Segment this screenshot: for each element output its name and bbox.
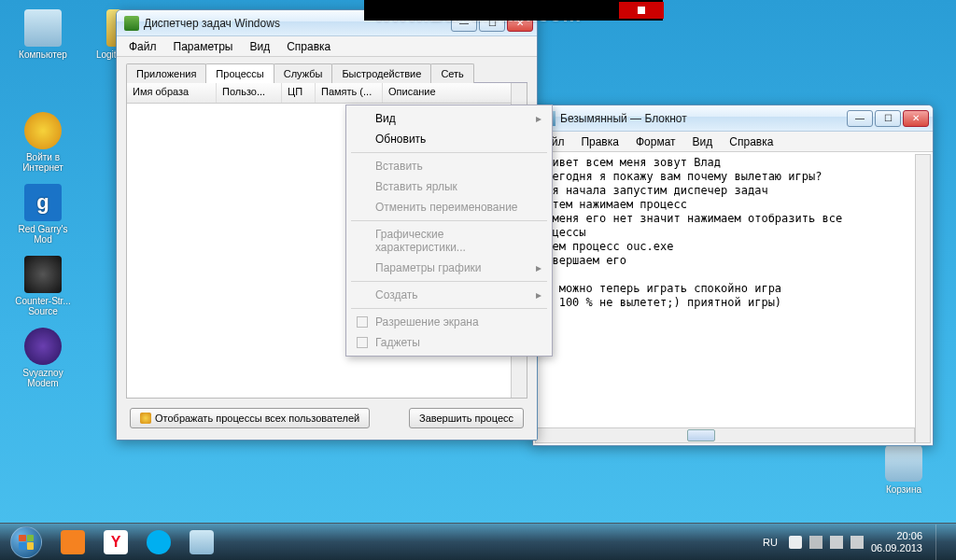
windows-logo-icon <box>10 526 42 558</box>
system-tray: RU 20:06 06.09.2013 <box>759 525 950 560</box>
col-mem[interactable]: Память (... <box>316 83 383 103</box>
ctx-item[interactable]: Обновить <box>349 129 549 149</box>
notepad-titlebar[interactable]: Безымянный — Блокнот — ☐ ✕ <box>533 105 933 132</box>
taskmgr-icon <box>124 16 139 31</box>
col-image[interactable]: Имя образа <box>127 83 217 103</box>
ctx-item: Отменить переименование <box>349 197 549 217</box>
menu-edit[interactable]: Правка <box>574 133 626 150</box>
menu-view[interactable]: Вид <box>686 133 720 150</box>
menu-help[interactable]: Справка <box>723 133 780 150</box>
desktop-context-menu: ВидОбновитьВставитьВставить ярлыкОтменит… <box>345 105 553 357</box>
col-desc[interactable]: Описание <box>383 83 527 103</box>
desktop-icon-recycle[interactable]: Корзина <box>870 444 937 495</box>
taskbar-app-ok[interactable] <box>52 526 93 558</box>
tab-services[interactable]: Службы <box>274 63 333 83</box>
notepad-window: Безымянный — Блокнот — ☐ ✕ айл Правка Фо… <box>532 105 934 446</box>
ctx-item: Разрешение экрана <box>349 312 549 332</box>
end-process-button[interactable]: Завершить процесс <box>409 408 524 428</box>
tab-network[interactable]: Сеть <box>430 63 473 83</box>
column-headers: Имя образа Пользо... ЦП Память (... Опис… <box>127 83 527 104</box>
language-indicator[interactable]: RU <box>759 535 781 550</box>
notepad-title: Безымянный — Блокнот <box>560 112 847 125</box>
taskmgr-tabs: Приложения Процессы Службы Быстродействи… <box>126 63 527 83</box>
desktop-icon-modem[interactable]: Svyaznoy Modem <box>9 328 77 388</box>
taskmgr-menubar: Файл Параметры Вид Справка <box>117 36 537 57</box>
shield-icon <box>140 413 151 424</box>
ctx-item: Гаджеты <box>349 332 549 353</box>
col-user[interactable]: Пользо... <box>217 83 282 103</box>
clock[interactable]: 20:06 06.09.2013 <box>871 530 922 554</box>
volume-icon[interactable] <box>851 536 864 549</box>
maximize-button[interactable]: ☐ <box>875 110 901 127</box>
menu-file[interactable]: Файл <box>122 38 163 55</box>
notepad-textarea[interactable]: привет всем меня зовут Влад сегодня я по… <box>535 154 931 427</box>
taskbar: Y RU 20:06 06.09.2013 <box>0 523 956 560</box>
ctx-item: Создать <box>349 285 549 305</box>
ctx-item[interactable]: Вид <box>349 108 549 129</box>
ctx-item: Вставить <box>349 156 549 176</box>
scroll-thumb[interactable] <box>687 429 715 441</box>
start-button[interactable] <box>6 526 47 558</box>
ctx-item: Графические характеристики... <box>349 224 549 258</box>
ctx-item: Параметры графики <box>349 258 549 278</box>
menu-format[interactable]: Формат <box>629 133 682 150</box>
tab-applications[interactable]: Приложения <box>126 63 206 83</box>
menu-view[interactable]: Вид <box>243 38 276 55</box>
taskbar-app-skype[interactable] <box>138 526 179 558</box>
tray-icon[interactable] <box>789 536 802 549</box>
ctx-item: Вставить ярлык <box>349 176 549 197</box>
tab-processes[interactable]: Процессы <box>205 63 274 83</box>
desktop-icon-internet[interactable]: Войти в Интернет <box>9 112 77 173</box>
minimize-button[interactable]: — <box>847 110 873 127</box>
desktop-icon-computer[interactable]: Компьютер <box>9 9 77 60</box>
bandicam-rec-indicator <box>619 2 664 19</box>
desktop-icon-cs[interactable]: Counter-Str... Source <box>9 256 77 316</box>
close-button[interactable]: ✕ <box>903 110 929 127</box>
vscrollbar[interactable] <box>915 154 931 443</box>
desktop-icon-gmod[interactable]: g Red Garry's Mod <box>9 184 77 245</box>
flag-icon[interactable] <box>809 536 822 549</box>
menu-options[interactable]: Параметры <box>167 38 240 55</box>
taskbar-app-yandex[interactable]: Y <box>95 526 136 558</box>
menu-help[interactable]: Справка <box>280 38 337 55</box>
show-all-processes-button[interactable]: Отображать процессы всех пользователей <box>130 408 370 428</box>
tab-performance[interactable]: Быстродействие <box>331 63 431 83</box>
taskbar-app-explorer[interactable] <box>181 526 222 558</box>
desktop-icons: Компьютер Войти в Интернет g Red Garry's… <box>9 9 77 399</box>
notepad-menubar: айл Правка Формат Вид Справка <box>533 132 933 152</box>
hscrollbar[interactable] <box>535 427 915 443</box>
network-icon[interactable] <box>830 536 843 549</box>
bandicam-bar <box>364 0 663 21</box>
show-desktop-button[interactable] <box>935 525 945 560</box>
col-cpu[interactable]: ЦП <box>282 83 316 103</box>
